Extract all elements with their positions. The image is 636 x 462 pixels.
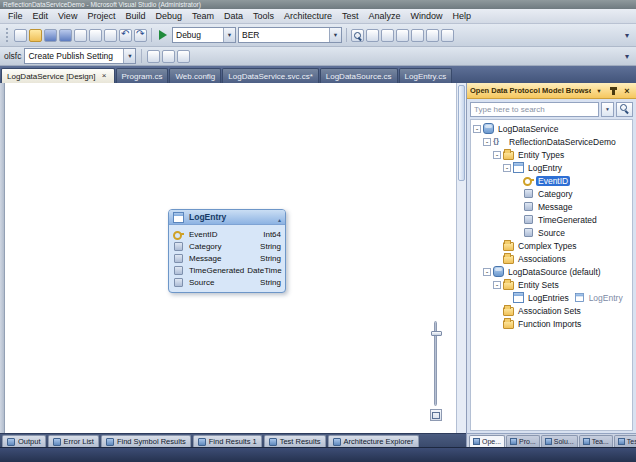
entity-property-row[interactable]: Category String [173, 240, 281, 252]
chevron-down-icon[interactable] [329, 28, 341, 42]
menu-item[interactable]: View [53, 10, 82, 23]
scrollbar-thumb[interactable] [458, 85, 465, 181]
settings-icon[interactable] [177, 50, 190, 63]
toolbar-overflow-icon[interactable] [622, 52, 632, 61]
tree-item[interactable]: LogEntries LogEntry [473, 291, 632, 304]
object-browser-icon[interactable] [426, 29, 439, 42]
window-position-icon[interactable] [593, 85, 605, 96]
tree-item[interactable]: Entity Sets [473, 278, 632, 291]
tree-item[interactable]: Entity Types [473, 148, 632, 161]
menu-item[interactable]: Window [406, 10, 448, 23]
designer-vertical-scrollbar[interactable] [456, 83, 466, 433]
toolbar-overflow-icon[interactable] [622, 31, 632, 40]
tree-expander-icon[interactable] [503, 164, 511, 172]
search-input[interactable] [470, 102, 599, 117]
tree-item[interactable]: Message [473, 200, 632, 213]
entity-shape-logentry[interactable]: LogEntry EventID Int64 [168, 209, 286, 293]
menu-item[interactable]: Team [187, 10, 219, 23]
cut-icon[interactable] [74, 29, 87, 42]
tree-item[interactable]: Complex Types [473, 239, 632, 252]
tree-expander-icon[interactable] [473, 125, 481, 133]
menu-item[interactable]: Debug [150, 10, 187, 23]
undo-icon[interactable] [119, 29, 132, 42]
menu-item[interactable]: Project [82, 10, 120, 23]
toolbox-icon[interactable] [411, 29, 424, 42]
tree-item[interactable]: ReflectionDataServiceDemo [473, 135, 632, 148]
tree-expander-icon[interactable] [483, 268, 491, 276]
chevron-down-icon[interactable] [223, 28, 235, 42]
search-button[interactable] [616, 102, 633, 117]
tool-window-tab[interactable]: Error List [48, 435, 99, 447]
redo-icon[interactable] [134, 29, 147, 42]
paste-icon[interactable] [104, 29, 117, 42]
tree-item[interactable]: EventID [473, 174, 632, 187]
entity-property-row[interactable]: EventID Int64 [173, 228, 281, 240]
collapse-entity-icon[interactable] [278, 208, 281, 226]
auto-hide-pin-icon[interactable] [607, 85, 619, 96]
close-tab-icon[interactable] [100, 71, 109, 81]
tree-item[interactable]: Source [473, 226, 632, 239]
zoom-slider[interactable] [434, 321, 437, 406]
entity-property-row[interactable]: Source String [173, 276, 281, 288]
menu-item[interactable]: Help [448, 10, 477, 23]
copy-icon[interactable] [89, 29, 102, 42]
tree-expander-icon[interactable] [493, 281, 501, 289]
document-tab[interactable]: LogDataService.svc.cs* [222, 68, 318, 83]
start-page-icon[interactable] [441, 29, 454, 42]
publish-setting-combo[interactable]: Create Publish Setting [24, 48, 136, 64]
tree-item[interactable]: TimeGenerated [473, 213, 632, 226]
open-file-icon[interactable] [29, 29, 42, 42]
tree-item[interactable]: LogDataSource (default) [473, 265, 632, 278]
tool-window-tab[interactable]: Find Results 1 [193, 435, 262, 447]
menu-item[interactable]: Architecture [279, 10, 337, 23]
panel-tab[interactable]: Solu... [541, 435, 578, 447]
tree-item[interactable]: LogEntry [473, 161, 632, 174]
document-tab[interactable]: LogEntry.cs [399, 68, 453, 83]
find-icon[interactable] [351, 29, 364, 42]
menu-item[interactable]: Tools [248, 10, 279, 23]
document-tab[interactable]: Program.cs [116, 68, 169, 83]
entity-property-row[interactable]: TimeGenerated DateTime [173, 264, 281, 276]
search-options-icon[interactable] [601, 102, 614, 117]
fit-to-screen-button[interactable] [430, 409, 442, 421]
panel-tab[interactable]: Tea... [579, 435, 613, 447]
tree-item[interactable]: Associations [473, 252, 632, 265]
tree-item[interactable]: Function Imports [473, 317, 632, 330]
tool-window-tab[interactable]: Find Symbol Results [101, 435, 191, 447]
save-icon[interactable] [44, 29, 57, 42]
tree-item[interactable]: Association Sets [473, 304, 632, 317]
tree-item[interactable]: Category [473, 187, 632, 200]
solution-explorer-icon[interactable] [366, 29, 379, 42]
panel-tab[interactable]: Pro... [506, 435, 540, 447]
tree-expander-icon[interactable] [493, 151, 501, 159]
close-panel-icon[interactable] [621, 85, 633, 96]
start-debug-icon[interactable] [159, 30, 167, 40]
solution-configuration-combo[interactable]: Debug [172, 27, 236, 43]
tree-item[interactable]: LogDataService [473, 122, 632, 135]
zoom-slider-thumb[interactable] [431, 331, 442, 336]
menu-item[interactable]: Edit [28, 10, 54, 23]
solution-platform-combo[interactable]: BER [238, 27, 342, 43]
toolbar-grip[interactable] [6, 28, 10, 42]
entity-property-row[interactable]: Message String [173, 252, 281, 264]
tool-window-tab[interactable]: Architecture Explorer [328, 435, 419, 447]
entity-header[interactable]: LogEntry [169, 210, 285, 225]
properties-window-icon[interactable] [396, 29, 409, 42]
tool-window-tab[interactable]: Output [2, 435, 46, 447]
document-tab[interactable]: LogDataService [Design] [1, 68, 115, 83]
menu-item[interactable]: Test [337, 10, 364, 23]
panel-tab[interactable]: Test... [614, 435, 636, 447]
team-explorer-icon[interactable] [381, 29, 394, 42]
menu-item[interactable]: Analyze [364, 10, 406, 23]
publish-web-icon[interactable] [147, 50, 160, 63]
panel-title-bar[interactable]: Open Data Protocol Model Browser [467, 83, 636, 99]
save-all-icon[interactable] [59, 29, 72, 42]
tree-expander-icon[interactable] [483, 138, 491, 146]
menu-item[interactable]: File [3, 10, 28, 23]
document-tab[interactable]: LogDataSource.cs [320, 68, 398, 83]
menu-item[interactable]: Data [219, 10, 248, 23]
entity-designer-surface[interactable]: LogEntry EventID Int64 [5, 83, 456, 433]
menu-item[interactable]: Build [120, 10, 150, 23]
document-tab[interactable]: Web.config [169, 68, 221, 83]
panel-tab[interactable]: Ope... [469, 435, 505, 447]
